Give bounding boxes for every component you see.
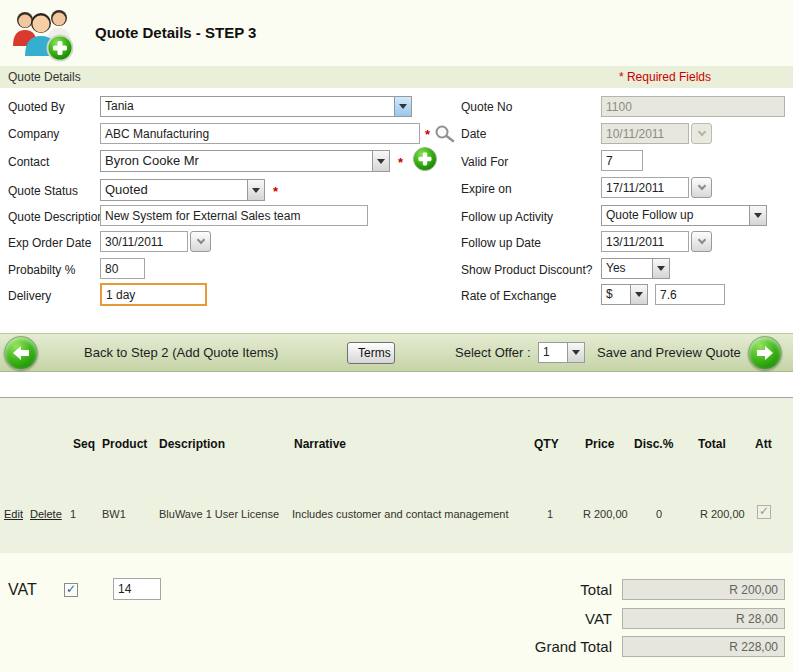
- row-seq: 1: [70, 508, 76, 520]
- col-header-seq: Seq: [73, 437, 95, 451]
- chevron-down-icon[interactable]: [372, 151, 389, 171]
- col-header-product: Product: [102, 437, 147, 451]
- probability-label: Probabilty %: [8, 263, 75, 277]
- rate-of-exchange-label: Rate of Exchange: [461, 289, 556, 303]
- chevron-down-icon[interactable]: [652, 259, 669, 278]
- follow-up-date-label: Follow up Date: [461, 236, 541, 250]
- chevron-down-icon: [697, 182, 705, 190]
- select-offer-label: Select Offer :: [455, 345, 531, 360]
- col-header-qty: QTY: [534, 437, 559, 451]
- row-total: R 200,00: [700, 508, 745, 520]
- grand-total-label: Grand Total: [412, 638, 612, 655]
- valid-for-label: Valid For: [461, 155, 508, 169]
- row-price: R 200,00: [583, 508, 628, 520]
- totals-section: VAT Total R 200,00 VAT R 28,00 Grand Tot…: [0, 553, 793, 672]
- currency-select[interactable]: $: [601, 284, 648, 305]
- date-calendar-button: [691, 123, 712, 144]
- chevron-down-icon[interactable]: [394, 97, 411, 116]
- delete-link[interactable]: Delete: [30, 508, 62, 520]
- save-preview-label[interactable]: Save and Preview Quote: [597, 345, 741, 360]
- chevron-down-icon[interactable]: [749, 206, 766, 225]
- col-header-price: Price: [585, 437, 614, 451]
- quote-details-page: Quote Details - STEP 3 Quote Details * R…: [0, 0, 793, 672]
- save-and-preview-button[interactable]: [748, 336, 782, 370]
- col-header-total: Total: [698, 437, 726, 451]
- quote-no-label: Quote No: [461, 100, 512, 114]
- row-qty: 1: [547, 508, 553, 520]
- chevron-down-icon[interactable]: [630, 285, 647, 304]
- probability-input[interactable]: [100, 258, 145, 279]
- chevron-down-icon[interactable]: [247, 180, 264, 200]
- row-disc: 0: [656, 508, 662, 520]
- rate-of-exchange-input[interactable]: [655, 284, 725, 305]
- chevron-down-icon: [697, 128, 705, 136]
- wizard-toolbar: Back to Step 2 (Add Quote Items) Terms S…: [0, 333, 793, 372]
- follow-up-date-input[interactable]: [601, 231, 689, 252]
- date-input: [601, 123, 689, 144]
- contact-select[interactable]: Byron Cooke Mr: [100, 150, 390, 172]
- contact-label: Contact: [8, 155, 49, 169]
- grand-total-value: R 228,00: [622, 636, 785, 657]
- quote-items-table: Seq Product Description Narrative QTY Pr…: [0, 398, 793, 553]
- follow-up-activity-label: Follow up Activity: [461, 210, 553, 224]
- delivery-label: Delivery: [8, 289, 51, 303]
- exp-order-date-input[interactable]: [100, 231, 188, 252]
- chevron-down-icon[interactable]: [567, 343, 584, 362]
- total-value: R 200,00: [622, 579, 785, 600]
- valid-for-input[interactable]: [601, 150, 643, 171]
- col-header-narrative: Narrative: [294, 437, 346, 451]
- contact-required-marker: *: [398, 155, 403, 170]
- exp-order-date-calendar-button[interactable]: [190, 231, 211, 252]
- required-fields-note: * Required Fields: [619, 70, 711, 84]
- date-label: Date: [461, 127, 486, 141]
- expire-on-label: Expire on: [461, 182, 512, 196]
- top-banner: Quote Details - STEP 3: [0, 0, 793, 66]
- section-header-bar: Quote Details * Required Fields: [0, 66, 793, 88]
- follow-up-date-calendar-button[interactable]: [691, 231, 712, 252]
- show-product-discount-select[interactable]: Yes: [601, 258, 670, 279]
- chevron-down-icon: [697, 236, 705, 244]
- add-contact-button[interactable]: [412, 146, 438, 175]
- quote-description-label: Quote Description: [8, 210, 104, 224]
- company-input[interactable]: [100, 123, 420, 144]
- vat-rate-input[interactable]: [113, 578, 161, 600]
- exp-order-date-label: Exp Order Date: [8, 236, 91, 250]
- vat-total-label: VAT: [412, 610, 612, 627]
- back-to-step2-label[interactable]: Back to Step 2 (Add Quote Items): [84, 345, 278, 360]
- row-att-checkbox: [757, 505, 771, 519]
- arrow-left-icon: [11, 344, 31, 362]
- col-header-description: Description: [159, 437, 225, 451]
- row-narrative: Includes customer and contact management: [292, 508, 508, 520]
- company-search-icon[interactable]: [434, 124, 456, 147]
- add-quote-group-icon: [8, 4, 76, 62]
- vat-checkbox[interactable]: [64, 583, 78, 597]
- quote-status-label: Quote Status: [8, 184, 78, 198]
- expire-on-calendar-button[interactable]: [691, 177, 712, 198]
- quoted-by-label: Quoted By: [8, 100, 65, 114]
- col-header-att: Att: [755, 437, 772, 451]
- select-offer-select[interactable]: 1: [538, 342, 585, 363]
- arrow-right-icon: [755, 344, 775, 362]
- quote-status-required-marker: *: [273, 184, 278, 199]
- edit-link[interactable]: Edit: [4, 508, 23, 520]
- back-button[interactable]: [4, 336, 38, 370]
- delivery-input[interactable]: [100, 283, 207, 306]
- company-required-marker: *: [425, 127, 430, 142]
- page-title: Quote Details - STEP 3: [95, 24, 256, 41]
- total-label: Total: [412, 581, 612, 598]
- quote-status-select[interactable]: Quoted: [100, 179, 265, 201]
- quote-description-input[interactable]: [100, 205, 368, 226]
- follow-up-activity-select[interactable]: Quote Follow up: [601, 205, 767, 226]
- quote-no-input: [601, 96, 785, 117]
- expire-on-input[interactable]: [601, 177, 689, 198]
- chevron-down-icon: [196, 236, 204, 244]
- vat-total-value: R 28,00: [622, 608, 785, 629]
- section-title: Quote Details: [8, 70, 81, 84]
- col-header-disc: Disc.%: [634, 437, 673, 451]
- row-description: BluWave 1 User License: [159, 508, 279, 520]
- show-product-discount-label: Show Product Discount?: [461, 263, 592, 277]
- quoted-by-select[interactable]: Tania: [100, 96, 412, 117]
- terms-button[interactable]: Terms: [347, 342, 395, 364]
- row-product: BW1: [102, 508, 126, 520]
- company-label: Company: [8, 127, 59, 141]
